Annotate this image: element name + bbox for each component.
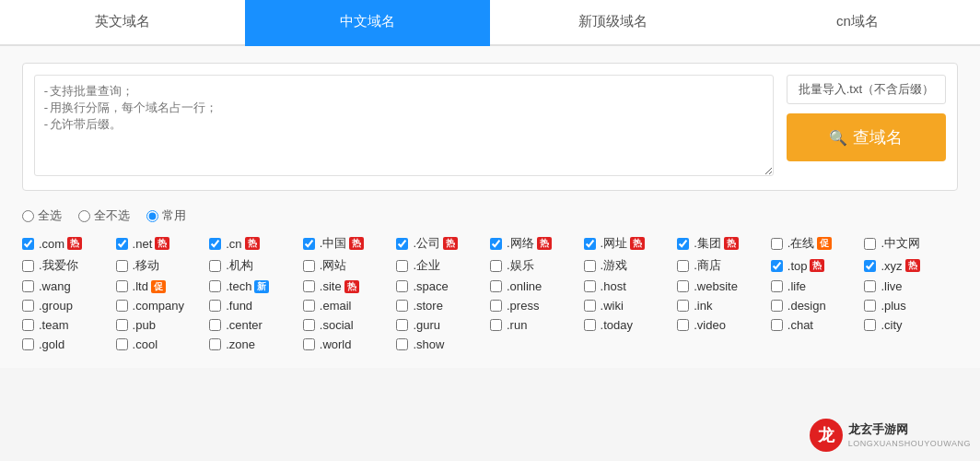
domain-checkbox[interactable] (209, 260, 221, 272)
domain-label: .ink (694, 299, 712, 313)
domain-item: .space (396, 279, 490, 293)
domain-badge: 热 (905, 259, 920, 272)
domain-checkbox[interactable] (116, 280, 128, 292)
domain-checkbox[interactable] (303, 319, 315, 331)
domain-checkbox[interactable] (490, 300, 502, 312)
domain-input[interactable] (34, 75, 774, 176)
domain-checkbox[interactable] (209, 238, 221, 250)
domain-checkbox[interactable] (584, 260, 596, 272)
domain-badge: 新 (254, 280, 269, 293)
domain-checkbox[interactable] (396, 319, 408, 331)
domain-badge: 热 (724, 237, 739, 250)
domain-checkbox[interactable] (396, 280, 408, 292)
domain-item: .press (490, 299, 584, 313)
domain-checkbox[interactable] (116, 319, 128, 331)
domain-label: .公司 (413, 235, 440, 252)
search-icon: 🔍 (829, 129, 847, 147)
domain-checkbox[interactable] (209, 338, 221, 350)
domain-checkbox[interactable] (864, 280, 876, 292)
domain-checkbox[interactable] (864, 238, 876, 250)
domain-label: .space (413, 279, 448, 293)
domain-item: .team (22, 318, 116, 332)
domain-checkbox[interactable] (771, 260, 783, 272)
domain-checkbox[interactable] (584, 319, 596, 331)
domain-checkbox[interactable] (209, 319, 221, 331)
domain-label: .com (39, 237, 64, 251)
domain-checkbox[interactable] (771, 300, 783, 312)
domain-label: .游戏 (601, 257, 628, 274)
domain-checkbox[interactable] (303, 300, 315, 312)
domain-label: .在线 (788, 235, 815, 252)
domain-checkbox[interactable] (677, 300, 689, 312)
domain-label: .商店 (694, 257, 721, 274)
domain-checkbox[interactable] (303, 280, 315, 292)
filter-none[interactable]: 全不选 (78, 207, 130, 224)
domain-checkbox[interactable] (303, 238, 315, 250)
domain-item: .top热 (771, 257, 865, 274)
domain-label: .集团 (694, 235, 721, 252)
domain-checkbox[interactable] (677, 319, 689, 331)
textarea-wrap (34, 75, 774, 179)
domain-checkbox[interactable] (396, 238, 408, 250)
domain-checkbox[interactable] (771, 238, 783, 250)
domain-checkbox[interactable] (490, 319, 502, 331)
domain-checkbox[interactable] (22, 319, 34, 331)
import-button[interactable]: 批量导入.txt（不含后缀） (787, 75, 946, 104)
domain-checkbox[interactable] (116, 238, 128, 250)
domain-checkbox[interactable] (490, 238, 502, 250)
domain-badge: 热 (344, 280, 359, 293)
domain-checkbox[interactable] (584, 280, 596, 292)
domain-item: .xyz热 (864, 257, 958, 274)
domain-checkbox[interactable] (864, 319, 876, 331)
domain-label: .top (788, 259, 808, 273)
domain-item: .social (303, 318, 397, 332)
domain-checkbox[interactable] (22, 280, 34, 292)
filter-common[interactable]: 常用 (146, 207, 186, 224)
domain-item: .site热 (303, 279, 397, 293)
domain-checkbox[interactable] (396, 260, 408, 272)
domain-checkbox[interactable] (584, 238, 596, 250)
domain-checkbox[interactable] (22, 260, 34, 272)
domain-checkbox[interactable] (22, 238, 34, 250)
domain-checkbox[interactable] (303, 338, 315, 350)
tab-cn[interactable]: cn域名 (735, 0, 980, 46)
domain-label: .group (39, 299, 73, 313)
domain-item: .net热 (116, 235, 210, 252)
search-button[interactable]: 🔍 查域名 (787, 113, 946, 161)
domain-checkbox[interactable] (490, 280, 502, 292)
domain-badge: 热 (67, 237, 82, 250)
domain-checkbox[interactable] (116, 300, 128, 312)
domain-checkbox[interactable] (396, 338, 408, 350)
tab-chinese[interactable]: 中文域名 (245, 0, 490, 46)
domain-checkbox[interactable] (116, 260, 128, 272)
domain-checkbox[interactable] (677, 260, 689, 272)
domain-checkbox[interactable] (864, 260, 876, 272)
domain-checkbox[interactable] (396, 300, 408, 312)
domain-checkbox[interactable] (209, 280, 221, 292)
domain-checkbox[interactable] (22, 300, 34, 312)
domain-checkbox[interactable] (490, 260, 502, 272)
filter-all[interactable]: 全选 (22, 207, 62, 224)
domain-checkbox[interactable] (677, 238, 689, 250)
domain-item: .机构 (209, 257, 303, 274)
domain-checkbox[interactable] (677, 280, 689, 292)
domain-checkbox[interactable] (303, 260, 315, 272)
domain-checkbox[interactable] (116, 338, 128, 350)
tab-newtld[interactable]: 新顶级域名 (490, 0, 735, 46)
domain-label: .net (133, 237, 153, 251)
domain-checkbox[interactable] (771, 319, 783, 331)
domain-checkbox[interactable] (771, 280, 783, 292)
domain-label: .机构 (226, 257, 253, 274)
domain-label: .online (507, 279, 542, 293)
domain-item: .ltd促 (116, 279, 210, 293)
domain-checkbox[interactable] (209, 300, 221, 312)
domain-checkbox[interactable] (864, 300, 876, 312)
domain-badge: 促 (817, 237, 832, 250)
tab-english[interactable]: 英文域名 (0, 0, 245, 46)
domain-checkbox[interactable] (584, 300, 596, 312)
domain-label: .pub (133, 318, 156, 332)
domain-badge: 热 (443, 237, 458, 250)
domain-item: .zone (209, 337, 303, 351)
domain-item: .fund (209, 299, 303, 313)
domain-checkbox[interactable] (22, 338, 34, 350)
